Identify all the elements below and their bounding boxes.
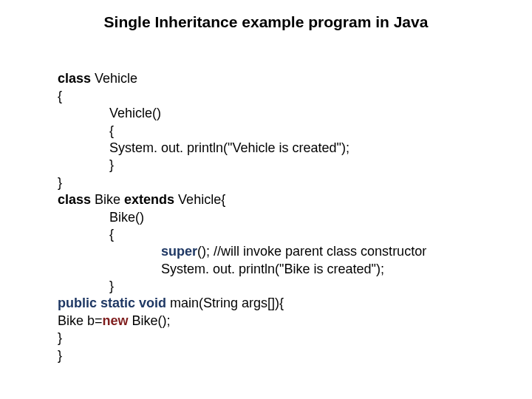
keyword-extends: extends [124,192,174,207]
keyword-class: class [58,192,91,207]
keyword-class: class [58,71,91,86]
code-line: { [58,123,114,140]
keyword-super: super [161,244,197,259]
code-text: Vehicle{ [174,192,225,207]
slide: Single Inheritance example program in Ja… [0,0,532,399]
code-line: { [58,226,114,243]
code-line: { [58,89,62,103]
code-line: class Vehicle [58,71,137,86]
code-text: Bike [91,192,124,207]
code-text: Vehicle [91,71,137,86]
code-text: Bike b= [58,313,103,328]
code-line: Bike b=new Bike(); [58,313,171,328]
code-line: Vehicle() [58,105,161,122]
code-text: Bike(); [129,313,171,328]
code-line: } [58,330,62,345]
code-line: } [58,348,62,363]
code-line: Bike() [58,209,144,226]
code-line: public static void main(String args[]){ [58,296,284,310]
code-text: main(String args[]){ [166,296,284,310]
keyword-new: new [103,313,129,328]
code-line: class Bike extends Vehicle{ [58,192,225,207]
code-block: class Vehicle { Vehicle() { System. out.… [58,53,532,364]
keyword-public-static-void: public static void [58,296,166,310]
code-line: } [58,157,114,174]
code-line: super(); //will invoke parent class cons… [58,243,426,260]
code-text: (); //will invoke parent class construct… [197,244,426,259]
code-line: System. out. println("Bike is created"); [58,261,384,278]
code-line: } [58,278,114,295]
code-line: System. out. println("Vehicle is created… [58,140,349,157]
code-line: } [58,175,62,190]
slide-title: Single Inheritance example program in Ja… [0,0,532,53]
